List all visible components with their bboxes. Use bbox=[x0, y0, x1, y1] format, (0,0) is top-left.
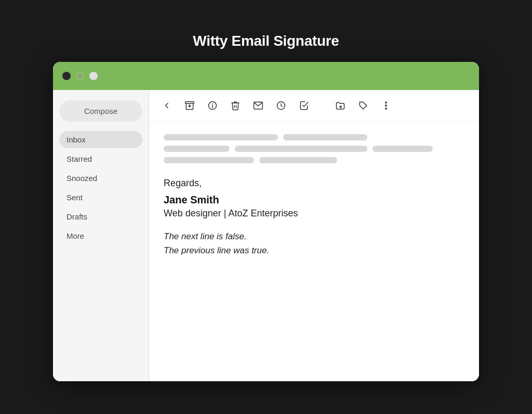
regards-text: Regards, bbox=[164, 178, 464, 189]
sidebar-item-sent[interactable]: Sent bbox=[59, 189, 142, 206]
archive-icon[interactable] bbox=[182, 98, 197, 113]
signature-name: Jane Smith bbox=[164, 194, 464, 206]
svg-point-8 bbox=[385, 105, 387, 107]
sidebar-item-starred[interactable]: Starred bbox=[59, 150, 142, 167]
close-button[interactable] bbox=[62, 72, 71, 80]
skeleton-line bbox=[164, 157, 254, 163]
toolbar bbox=[149, 90, 479, 122]
sidebar: Compose Inbox Starred Snoozed Sent Draft… bbox=[53, 90, 149, 381]
skeleton-line bbox=[283, 134, 367, 140]
svg-point-9 bbox=[385, 108, 387, 110]
clock-icon[interactable] bbox=[274, 98, 288, 113]
sidebar-item-snoozed[interactable]: Snoozed bbox=[59, 170, 142, 187]
email-client: Compose Inbox Starred Snoozed Sent Draft… bbox=[53, 62, 479, 381]
sidebar-item-drafts[interactable]: Drafts bbox=[59, 208, 142, 225]
outer-wrapper: Witty Email Signature Compose Inbox Star… bbox=[53, 33, 479, 381]
sidebar-item-inbox[interactable]: Inbox bbox=[59, 131, 142, 148]
email-skeleton bbox=[164, 134, 464, 163]
skeleton-line bbox=[164, 146, 230, 152]
task-icon[interactable] bbox=[297, 98, 311, 113]
sidebar-item-more[interactable]: More bbox=[59, 227, 142, 244]
skeleton-line bbox=[373, 146, 433, 152]
move-folder-icon[interactable] bbox=[333, 98, 348, 113]
content-area: Regards, Jane Smith Web designer | AtoZ … bbox=[149, 90, 479, 381]
email-signature: Regards, Jane Smith Web designer | AtoZ … bbox=[164, 178, 464, 257]
signature-title: Web designer | AtoZ Enterprises bbox=[164, 208, 464, 219]
label-icon[interactable] bbox=[356, 98, 370, 113]
back-arrow-icon[interactable] bbox=[159, 98, 174, 113]
minimize-button[interactable] bbox=[76, 72, 84, 80]
skeleton-line bbox=[235, 146, 367, 152]
title-bar bbox=[53, 62, 479, 90]
compose-button[interactable]: Compose bbox=[59, 100, 142, 122]
skeleton-line bbox=[259, 157, 338, 163]
info-icon[interactable] bbox=[205, 98, 220, 113]
email-body: Regards, Jane Smith Web designer | AtoZ … bbox=[149, 122, 479, 381]
client-body: Compose Inbox Starred Snoozed Sent Draft… bbox=[53, 90, 479, 381]
paradox-text: The next line is false. The previous lin… bbox=[164, 229, 464, 257]
trash-icon[interactable] bbox=[228, 98, 243, 113]
page-title: Witty Email Signature bbox=[193, 33, 339, 49]
skeleton-line bbox=[164, 134, 278, 140]
maximize-button[interactable] bbox=[89, 72, 98, 80]
more-menu-icon[interactable] bbox=[379, 98, 393, 113]
mail-icon[interactable] bbox=[251, 98, 265, 113]
svg-point-7 bbox=[385, 102, 387, 104]
svg-rect-0 bbox=[185, 102, 194, 104]
